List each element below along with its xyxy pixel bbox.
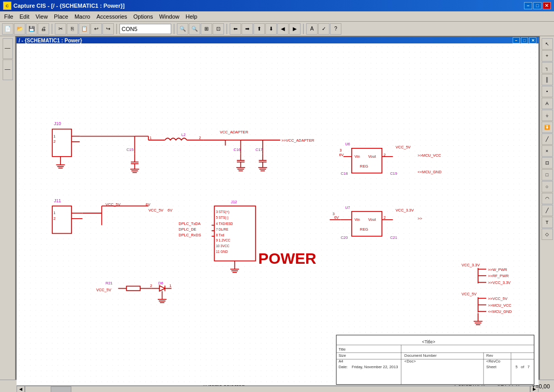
bus-entry-button[interactable]: ╱: [542, 133, 553, 145]
svg-text:<Title>: <Title>: [422, 339, 436, 344]
svg-text:>>MCU_VCC: >>MCU_VCC: [488, 303, 512, 308]
svg-rect-129: [126, 286, 140, 290]
search-input[interactable]: [119, 24, 171, 34]
rectangle-button[interactable]: □: [542, 169, 553, 180]
down-button[interactable]: ⬇: [265, 23, 277, 35]
zoom-out-button[interactable]: 🔍: [189, 23, 200, 35]
wire-tool-button[interactable]: ┐: [542, 62, 553, 73]
line-button[interactable]: ╱: [542, 205, 553, 216]
svg-text:DPLC_DE: DPLC_DE: [178, 227, 196, 232]
svg-text:7 DL/RE: 7 DL/RE: [216, 228, 229, 231]
right-toolbar: ↖ + ┐ ║ • A ⏚ ⏬ ╱ × ⊡ □ ○ ◠ ╱ T ◇: [540, 36, 554, 380]
part-tool-button[interactable]: +: [542, 50, 553, 62]
sidebar-tab1[interactable]: │: [3, 38, 13, 59]
inner-minimize-button[interactable]: −: [513, 37, 520, 43]
marker-button[interactable]: ◇: [542, 229, 553, 240]
misc-tools: A ✓ ?: [306, 23, 341, 35]
svg-text:<<MCU_GND: <<MCU_GND: [488, 309, 512, 314]
menu-edit[interactable]: Edit: [17, 12, 33, 21]
svg-text:1: 1: [149, 135, 152, 140]
menu-file[interactable]: File: [1, 12, 17, 21]
copy-button[interactable]: ⎘: [67, 23, 78, 35]
arc-button[interactable]: ◠: [542, 193, 553, 204]
annotate-button[interactable]: A: [306, 23, 318, 35]
prev-sheet-button[interactable]: ◀: [277, 23, 289, 35]
svg-text:Rev: Rev: [486, 353, 493, 358]
svg-text:<Doc>: <Doc>: [405, 359, 416, 364]
inner-maximize-button[interactable]: □: [521, 37, 528, 43]
nav-tools: ⬅ ➡ ⬆ ⬇ ◀ ▶: [230, 23, 301, 35]
paste-button[interactable]: 📋: [79, 23, 90, 35]
svg-text:C21: C21: [390, 235, 397, 240]
bus-tool-button[interactable]: ║: [542, 74, 553, 85]
svg-text:VCC_3.3V: VCC_3.3V: [461, 263, 480, 267]
select-tool-button[interactable]: ↖: [542, 38, 553, 50]
svg-text:REG: REG: [360, 227, 368, 232]
inner-close-button[interactable]: ✕: [529, 37, 536, 43]
svg-text:1: 1: [169, 284, 171, 289]
svg-text:6V: 6V: [339, 153, 343, 157]
menu-place[interactable]: Place: [51, 12, 71, 21]
schematic-svg: POWER J10 1 2 J11 1 2: [17, 43, 538, 385]
open-button[interactable]: 📂: [14, 23, 25, 35]
svg-text:>>RF_PWR: >>RF_PWR: [488, 274, 509, 278]
menu-macro[interactable]: Macro: [71, 12, 94, 21]
titlebar-controls: − □ ✕: [524, 2, 551, 9]
inner-title: / - {SCHEMATIC1 : Power}: [19, 38, 82, 43]
redo-button[interactable]: ↪: [102, 23, 114, 35]
back-button[interactable]: ⬅: [230, 23, 241, 35]
svg-text:C19: C19: [390, 171, 397, 176]
menu-accessories[interactable]: Accessories: [93, 12, 130, 21]
svg-text:VCC_3.3V: VCC_3.3V: [396, 208, 414, 213]
svg-text:2: 2: [53, 216, 55, 221]
hscroll-thumb[interactable]: [51, 386, 71, 393]
svg-text:4 TXD/ESD: 4 TXD/ESD: [216, 222, 233, 225]
zoom-area-button[interactable]: ⊡: [213, 23, 224, 35]
svg-text:<RevCo: <RevCo: [486, 359, 500, 364]
help-button[interactable]: ?: [330, 23, 341, 35]
zoom-tools: 🔍 🔍 ⊞ ⊡: [177, 23, 224, 35]
menu-help[interactable]: Help: [183, 12, 201, 21]
menu-window[interactable]: Window: [156, 12, 183, 21]
junction-tool-button[interactable]: •: [542, 86, 553, 97]
titlebar: C Capture CIS - [/ - {SCHEMATIC1 : Power…: [0, 0, 554, 11]
hscroll-track[interactable]: [25, 386, 530, 393]
svg-text:Size: Size: [338, 353, 346, 358]
svg-text:C20: C20: [341, 235, 348, 240]
svg-text:2: 2: [383, 215, 385, 220]
close-button[interactable]: ✕: [543, 2, 551, 9]
sidebar-tab2[interactable]: │: [3, 59, 13, 80]
no-connect-button[interactable]: ×: [542, 145, 553, 157]
text-button[interactable]: T: [542, 217, 553, 228]
file-tools: 📄 📂 💾 🖨: [2, 23, 49, 35]
menu-options[interactable]: Options: [130, 12, 156, 21]
svg-text:11 GND: 11 GND: [216, 250, 228, 253]
up-button[interactable]: ⬆: [253, 23, 265, 35]
save-button[interactable]: 💾: [26, 23, 37, 35]
ground-button[interactable]: ⏬: [542, 122, 553, 133]
zoom-in-button[interactable]: 🔍: [177, 23, 188, 35]
maximize-button[interactable]: □: [533, 2, 542, 9]
undo-button[interactable]: ↩: [91, 23, 102, 35]
drc-button[interactable]: ✓: [318, 23, 330, 35]
left-sidebar: │ │: [0, 36, 16, 380]
power-tool-button[interactable]: ⏚: [542, 110, 553, 121]
next-sheet-button[interactable]: ▶: [289, 23, 301, 35]
zoom-area-button[interactable]: ⊡: [542, 157, 553, 169]
svg-text:2: 2: [150, 284, 152, 289]
svg-text:R21: R21: [106, 281, 113, 285]
schematic-area[interactable]: POWER J10 1 2 J11 1 2: [17, 43, 538, 385]
forward-button[interactable]: ➡: [242, 23, 253, 35]
print-button[interactable]: 🖨: [38, 23, 49, 35]
net-alias-button[interactable]: A: [542, 98, 553, 109]
sep1: [52, 24, 52, 34]
new-button[interactable]: 📄: [2, 23, 13, 35]
menu-view[interactable]: View: [33, 12, 51, 21]
svg-text:>>VCC_ADAPTER: >>VCC_ADAPTER: [281, 138, 315, 143]
minimize-button[interactable]: −: [524, 2, 532, 9]
ellipse-button[interactable]: ○: [542, 181, 553, 192]
svg-text:3 STS(+): 3 STS(+): [216, 210, 230, 214]
cut-button[interactable]: ✂: [55, 23, 66, 35]
zoom-fit-button[interactable]: ⊞: [201, 23, 212, 35]
svg-text:Document Number: Document Number: [405, 353, 437, 358]
